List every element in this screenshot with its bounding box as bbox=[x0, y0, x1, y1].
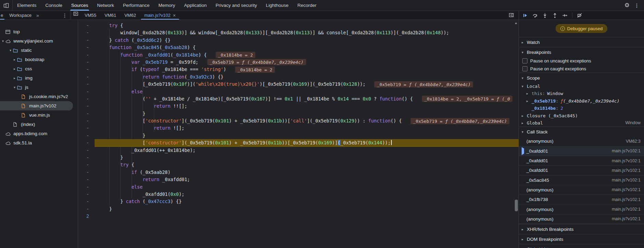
line-gutter[interactable]: - bbox=[78, 51, 95, 59]
line-gutter[interactable]: - bbox=[78, 103, 95, 110]
scrollbar-up-icon[interactable]: ▲ bbox=[514, 21, 518, 25]
code-line[interactable]: - } bbox=[78, 154, 519, 161]
line-gutter[interactable]: - bbox=[78, 37, 95, 44]
toggle-debugger-sidebar-icon[interactable] bbox=[509, 12, 514, 18]
code-editor[interactable]: - try {- window[_0xda2b28(0x133)] && win… bbox=[78, 20, 519, 248]
code-line[interactable]: - _0xafdd01(0x0); bbox=[78, 191, 519, 198]
code-line[interactable]: - try { bbox=[78, 22, 519, 29]
close-tab-icon[interactable]: × bbox=[173, 13, 176, 18]
chevron-right-icon[interactable]: ▸ bbox=[12, 76, 17, 80]
line-gutter[interactable]: - bbox=[78, 44, 95, 51]
call-stack-frame[interactable]: _0xafdd01main.js?v102:1 bbox=[519, 146, 644, 156]
step-out-icon[interactable] bbox=[552, 13, 558, 18]
section-header-watch[interactable]: ▸Watch bbox=[519, 37, 644, 47]
chevron-down-icon[interactable]: ▾ bbox=[1, 39, 5, 43]
line-gutter[interactable]: - bbox=[78, 73, 95, 81]
code-line[interactable]: - var _0x5eb719 = _0x59fd;_0x5eb719 = ƒ … bbox=[78, 59, 519, 66]
call-stack-frame[interactable]: (anonymous)VM62:3 bbox=[519, 137, 644, 146]
step-over-icon[interactable] bbox=[532, 13, 538, 18]
execution-line[interactable]: - ['constructor'](_0x5eb719(0x101) + _0x… bbox=[78, 139, 519, 146]
tab-console[interactable]: Console bbox=[41, 0, 67, 11]
file-tab-main-js-v102[interactable]: main.js?v102× bbox=[140, 11, 180, 20]
device-toolbar-icon[interactable] bbox=[3, 3, 9, 8]
line-gutter[interactable]: - bbox=[78, 110, 95, 117]
chevron-down-icon[interactable]: ▾ bbox=[12, 85, 17, 89]
scrollbar-thumb[interactable] bbox=[515, 200, 518, 211]
section-header-dom-breakpoints[interactable]: ▸DOM Breakpoints bbox=[519, 234, 644, 244]
chevron-down-icon[interactable]: ▾ bbox=[8, 48, 13, 52]
scope-variable-this[interactable]: ▸this:Window bbox=[519, 90, 644, 97]
code-line[interactable]: - } bbox=[78, 132, 519, 139]
chevron-right-icon[interactable]: ▸ bbox=[12, 67, 17, 71]
more-tabs-icon[interactable]: » bbox=[35, 13, 40, 18]
tab-application[interactable]: Application bbox=[180, 0, 211, 11]
call-stack-frame[interactable]: _0x1fb738main.js?v102:1 bbox=[519, 195, 644, 204]
tab-sources[interactable]: Sources bbox=[67, 0, 93, 11]
navigator-tab-page-partial[interactable]: e bbox=[0, 11, 6, 20]
section-header-call-stack[interactable]: ▾Call Stack bbox=[519, 127, 644, 137]
call-stack-frame[interactable]: (anonymous)main.js?v102:1 bbox=[519, 204, 644, 214]
line-gutter[interactable]: - bbox=[78, 59, 95, 66]
line-gutter[interactable]: - bbox=[78, 169, 95, 176]
line-gutter[interactable]: - bbox=[78, 66, 95, 73]
line-gutter[interactable]: - bbox=[78, 29, 95, 36]
code-line[interactable]: - return _0xafdd01; bbox=[78, 176, 519, 183]
tab-memory[interactable]: Memory bbox=[154, 0, 180, 11]
code-line[interactable]: - ['constructor'](_0x5eb719(0x101) + _0x… bbox=[78, 117, 519, 125]
breakpoint-option[interactable]: Pause on caught exceptions bbox=[519, 65, 644, 73]
code-line[interactable]: - [_0x5eb719(0x10f)]('while\x20(true)\x2… bbox=[78, 81, 519, 88]
checkbox[interactable] bbox=[522, 58, 527, 63]
step-icon[interactable] bbox=[562, 13, 568, 18]
line-gutter[interactable]: - bbox=[78, 139, 95, 146]
code-line[interactable]: - ('' + _0x1814be / _0x1814be)[_0x5eb719… bbox=[78, 95, 519, 103]
code-line[interactable]: - _0xafdd01(++_0x1814be); bbox=[78, 147, 519, 154]
tree-item-bootstrap[interactable]: ▸bootstrap bbox=[0, 55, 78, 64]
code-line[interactable]: - } bbox=[78, 110, 519, 117]
tree-item-www-yijianjiexi-com[interactable]: ▾www.yijianjiexi.com bbox=[0, 36, 78, 46]
code-line[interactable]: - } catch (_0x5dd6c2) {} bbox=[78, 37, 519, 44]
line-gutter[interactable]: - bbox=[78, 88, 95, 95]
code-line[interactable]: - window[_0xda2b28(0x133)] && window[_0x… bbox=[78, 29, 519, 36]
code-line[interactable]: - try { bbox=[78, 161, 519, 168]
tree-item-css[interactable]: ▸css bbox=[0, 64, 78, 73]
section-header-breakpoints[interactable]: ▾Breakpoints bbox=[519, 47, 644, 57]
tree-item-index[interactable]: (index) bbox=[0, 120, 78, 129]
tree-item-main-js-v102[interactable]: main.js?v102 bbox=[0, 101, 73, 110]
tab-elements[interactable]: Elements bbox=[13, 0, 41, 11]
code-line[interactable]: - return function(_0x3a92c3) {} bbox=[78, 73, 519, 81]
line-gutter[interactable]: - bbox=[78, 125, 95, 132]
kebab-menu-icon[interactable]: ⋮ bbox=[634, 3, 639, 8]
code-line[interactable]: - function _0x5ac845(_0x5aab28) { bbox=[78, 44, 519, 51]
tab-privacy-and-security[interactable]: Privacy and security bbox=[211, 0, 262, 11]
file-tab-vm62[interactable]: VM62 bbox=[120, 11, 140, 20]
tree-item-js[interactable]: ▾js bbox=[0, 83, 78, 92]
call-stack-frame[interactable]: (anonymous)main.js?v102:1 bbox=[519, 185, 644, 195]
call-stack-frame[interactable]: (anonymous)main.js?v102:1 bbox=[519, 214, 644, 224]
step-into-icon[interactable] bbox=[542, 13, 548, 18]
line-gutter[interactable]: - bbox=[78, 81, 95, 88]
code-line[interactable]: - if (_0x5aab28) bbox=[78, 169, 519, 176]
resume-icon[interactable] bbox=[522, 13, 528, 18]
line-gutter[interactable]: - bbox=[78, 205, 95, 213]
tab-lighthouse[interactable]: Lighthouse bbox=[262, 0, 293, 11]
scope-group-global[interactable]: ▸GlobalWindow bbox=[519, 119, 644, 127]
code-line[interactable]: - } catch (_0x47ccc3) {} bbox=[78, 198, 519, 205]
file-tab-vm55[interactable]: VM55 bbox=[81, 11, 100, 20]
tab-recorder[interactable]: Recorder bbox=[293, 0, 321, 11]
line-gutter[interactable]: - bbox=[78, 154, 95, 161]
tree-item-img[interactable]: ▸img bbox=[0, 73, 78, 83]
checkbox[interactable] bbox=[522, 66, 527, 71]
tree-item-sdk-51-la[interactable]: sdk.51.la bbox=[0, 138, 78, 147]
tab-network[interactable]: Network bbox=[93, 0, 119, 11]
toggle-navigator-icon[interactable] bbox=[71, 11, 81, 16]
line-gutter[interactable]: - bbox=[78, 117, 95, 125]
scope-group-closure-0x5ac845[interactable]: ▸Closure (_0x5ac845) bbox=[519, 112, 644, 119]
line-gutter[interactable]: - bbox=[78, 184, 95, 191]
tree-item-static[interactable]: ▾static bbox=[0, 46, 78, 55]
code-line[interactable]: - return !![]; bbox=[78, 103, 519, 110]
line-gutter[interactable]: - bbox=[78, 198, 95, 205]
code-line[interactable]: - return ![]; bbox=[78, 125, 519, 132]
chevron-right-icon[interactable]: ▸ bbox=[12, 58, 17, 61]
call-stack-frame[interactable]: _0xafdd01main.js?v102:1 bbox=[519, 156, 644, 166]
call-stack-frame[interactable]: _0xafdd01main.js?v102:1 bbox=[519, 166, 644, 175]
